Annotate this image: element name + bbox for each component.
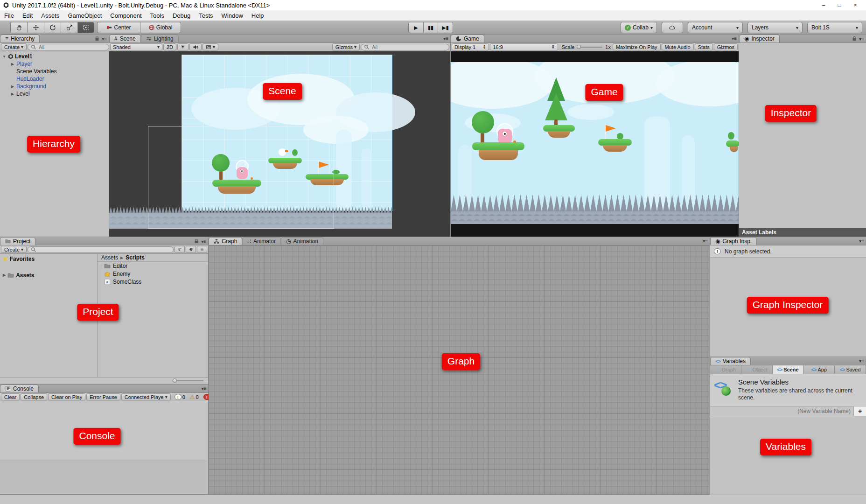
search-by-label-button[interactable] — [186, 246, 196, 253]
menu-edit[interactable]: Edit — [18, 12, 37, 19]
account-button[interactable]: Account▾ — [688, 22, 743, 33]
tab-inspector[interactable]: ◉Inspector — [739, 35, 780, 42]
file-someclass[interactable]: # SomeClass — [98, 278, 208, 286]
console-clear-on-play-button[interactable]: Clear on Play — [48, 393, 85, 400]
file-editor[interactable]: Editor — [98, 262, 208, 270]
breadcrumb-scripts[interactable]: Scripts — [126, 254, 145, 261]
project-create-button[interactable]: Create▾ — [1, 246, 27, 253]
display-dropdown[interactable]: Display 1⇕ — [452, 43, 489, 50]
menu-window[interactable]: Window — [217, 12, 247, 19]
game-viewport[interactable] — [451, 51, 739, 237]
search-by-type-button[interactable] — [175, 246, 185, 253]
hierarchy-item-player[interactable]: ▶ Player — [0, 60, 109, 68]
panel-menu-icon[interactable]: ▾≡ — [102, 36, 107, 42]
draw-mode-dropdown[interactable]: Shaded▾ — [110, 43, 162, 50]
collab-button[interactable]: ✓Collab▾ — [621, 22, 657, 33]
file-enemy[interactable]: Enemy — [98, 270, 208, 278]
console-collapse-button[interactable]: Collapse — [21, 393, 47, 400]
expand-arrow-icon[interactable]: ▶ — [10, 62, 15, 66]
lock-icon[interactable] — [194, 238, 199, 244]
aspect-dropdown[interactable]: 16:9⇕ — [490, 43, 558, 50]
expand-arrow-icon[interactable]: ▶ — [10, 84, 15, 89]
lock-icon[interactable] — [94, 36, 100, 42]
stats-button[interactable]: Stats — [695, 43, 713, 50]
panel-menu-icon[interactable]: ▾≡ — [859, 238, 864, 244]
maximize-on-play-button[interactable]: Maximize On Play — [613, 43, 661, 50]
panel-menu-icon[interactable]: ▾≡ — [443, 36, 448, 41]
variables-tab-object[interactable]: <>Object — [741, 365, 773, 374]
hierarchy-item-background[interactable]: ▶ Background — [0, 83, 109, 90]
hierarchy-item-hudloader[interactable]: HudLoader — [0, 75, 109, 83]
cloud-button[interactable] — [662, 22, 683, 33]
scene-search[interactable] — [361, 44, 449, 50]
hand-tool-button[interactable] — [10, 22, 27, 33]
scene-viewport[interactable] — [109, 51, 450, 237]
tab-graph-inspector[interactable]: ◉Graph Insp. — [710, 237, 757, 245]
layers-button[interactable]: Layers▾ — [747, 22, 803, 33]
2d-toggle-button[interactable]: 2D — [163, 43, 176, 50]
console-clear-button[interactable]: Clear — [1, 393, 20, 400]
panel-menu-icon[interactable]: ▾≡ — [859, 358, 864, 364]
variables-tab-app[interactable]: <>App — [803, 365, 835, 374]
close-button[interactable]: × — [847, 0, 863, 10]
variables-tab-graph[interactable]: <>Graph — [710, 365, 741, 374]
tab-animator[interactable]: ∷Animator — [242, 237, 281, 245]
scene-search-input[interactable] — [371, 44, 446, 50]
menu-component[interactable]: Component — [106, 12, 146, 19]
hierarchy-item-scene-variables[interactable]: Scene Variables — [0, 68, 109, 75]
space-toggle-button[interactable]: Global — [140, 22, 181, 33]
variables-tab-scene[interactable]: <>Scene — [773, 365, 804, 374]
breadcrumb-assets[interactable]: Assets — [101, 254, 118, 261]
add-variable-button[interactable]: + — [854, 406, 866, 416]
panel-menu-icon[interactable]: ▾≡ — [201, 239, 206, 244]
menu-tools[interactable]: Tools — [146, 12, 168, 19]
maximize-button[interactable]: □ — [831, 0, 847, 10]
tab-project[interactable]: Project — [0, 237, 35, 245]
menu-help[interactable]: Help — [247, 12, 268, 19]
tab-animation[interactable]: ◷Animation — [281, 237, 323, 245]
variables-tab-saved[interactable]: <>Saved — [835, 365, 866, 374]
info-count[interactable]: !0 — [173, 394, 187, 400]
thumbnail-zoom-slider[interactable] — [174, 380, 203, 381]
menu-file[interactable]: File — [0, 12, 18, 19]
expand-arrow-icon[interactable]: ▼ — [2, 55, 7, 59]
mute-audio-button[interactable]: Mute Audio — [662, 43, 694, 50]
asset-labels-bar[interactable]: Asset Labels — [739, 228, 866, 237]
scene-audio-toggle[interactable] — [189, 43, 202, 50]
connected-player-dropdown[interactable]: Connected Playe▾ — [121, 393, 171, 400]
scale-slider[interactable] — [577, 47, 602, 48]
scene-effects-dropdown[interactable]: ▾ — [203, 43, 218, 50]
panel-menu-icon[interactable]: ▾≡ — [703, 238, 708, 244]
pivot-toggle-button[interactable]: Center — [97, 22, 140, 33]
console-log-area[interactable] — [0, 401, 208, 494]
favorites-item[interactable]: ★ Favorites — [0, 255, 97, 263]
project-search-input[interactable] — [38, 246, 170, 253]
project-search[interactable] — [28, 246, 174, 253]
hierarchy-create-button[interactable]: Create▾ — [1, 43, 27, 50]
warning-count[interactable]: ⚠0 — [188, 394, 201, 400]
expand-arrow-icon[interactable]: ▶ — [3, 273, 6, 277]
expand-arrow-icon[interactable]: ▶ — [10, 92, 15, 96]
pause-button[interactable]: ▮▮ — [423, 22, 438, 33]
menu-gameobject[interactable]: GameObject — [63, 12, 106, 19]
lock-icon[interactable] — [852, 36, 857, 42]
save-search-button[interactable]: ★ — [197, 246, 207, 253]
tab-console[interactable]: Console — [0, 385, 39, 392]
new-variable-input[interactable] — [710, 407, 853, 415]
scene-root-level1[interactable]: ▼ Level1 — [0, 53, 109, 60]
move-tool-button[interactable] — [27, 22, 44, 33]
layout-button[interactable]: Bolt 1S▾ — [807, 22, 862, 33]
hierarchy-item-level[interactable]: ▶ Level — [0, 90, 109, 98]
hierarchy-search-input[interactable] — [38, 44, 106, 50]
panel-menu-icon[interactable]: ▾≡ — [859, 36, 864, 42]
scale-slider-knob[interactable] — [577, 45, 581, 49]
scene-lighting-toggle[interactable]: ☀ — [177, 43, 189, 50]
panel-menu-icon[interactable]: ▾≡ — [732, 36, 737, 41]
step-button[interactable]: ▶▮ — [438, 22, 453, 33]
rect-tool-button[interactable] — [77, 22, 94, 33]
hierarchy-search[interactable] — [28, 44, 109, 50]
panel-menu-icon[interactable]: ▾≡ — [201, 386, 206, 391]
console-error-pause-button[interactable]: Error Pause — [86, 393, 120, 400]
assets-folder-item[interactable]: ▶ Assets — [0, 271, 97, 279]
minimize-button[interactable]: – — [816, 0, 831, 10]
